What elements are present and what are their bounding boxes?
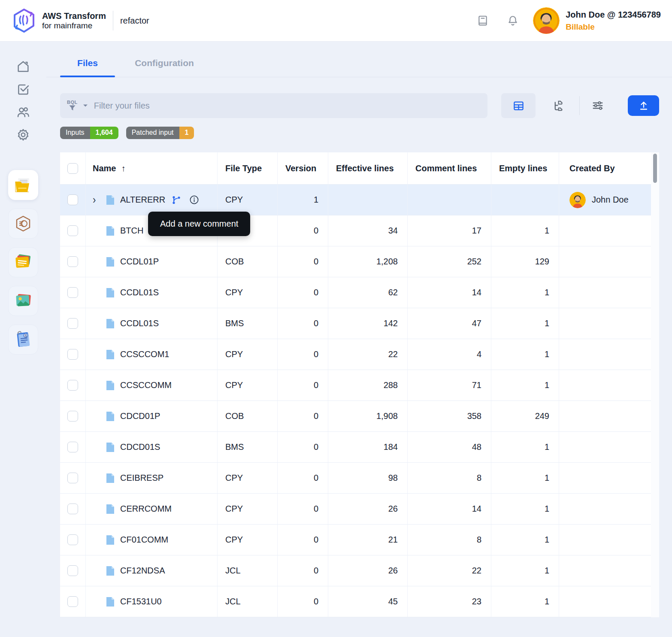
column-header-comment-lines[interactable]: Comment lines (408, 152, 491, 184)
file-icon (106, 225, 115, 237)
expand-chevron-icon[interactable]: › (93, 194, 96, 205)
version-cell: 0 (278, 277, 328, 308)
effective-lines-cell: 62 (328, 277, 408, 308)
file-name[interactable]: BTCH (120, 226, 143, 236)
row-checkbox[interactable] (67, 442, 78, 452)
info-icon[interactable] (189, 195, 199, 205)
file-name[interactable]: ALTERERR (120, 195, 165, 205)
row-checkbox[interactable] (67, 318, 78, 329)
filter-input[interactable] (94, 101, 481, 111)
creator-avatar (569, 192, 586, 208)
users-icon[interactable] (16, 105, 30, 119)
table-row[interactable]: › CCDL01S CPY 0 62 14 1 (60, 277, 651, 308)
comment-lines-cell: 48 (408, 432, 491, 462)
comment-lines-cell: 4 (408, 339, 491, 370)
column-header-file-type[interactable]: File Type (218, 152, 278, 184)
user-menu[interactable]: John Doe @ 123456789 Billable (533, 7, 661, 34)
column-header-created-by[interactable]: Created By (559, 152, 651, 184)
row-checkbox[interactable] (67, 380, 78, 391)
column-settings-button[interactable] (588, 96, 607, 115)
file-name[interactable]: CCSCCOM1 (120, 349, 169, 359)
file-name[interactable]: CDCD01P (120, 411, 160, 421)
column-header-version[interactable]: Version (278, 152, 328, 184)
file-type-cell: COB (218, 401, 278, 431)
table-view-button[interactable] (501, 93, 536, 118)
file-name[interactable]: CCSCCOMM (120, 380, 172, 390)
table-scrollbar[interactable] (651, 152, 659, 617)
table-row[interactable]: › CDCD01S BMS 0 184 48 1 (60, 432, 651, 463)
branch-version-icon[interactable] (171, 195, 182, 205)
table-row[interactable]: › CCDL01S BMS 0 142 47 1 (60, 308, 651, 339)
notifications-bell-icon[interactable] (507, 15, 518, 26)
row-checkbox[interactable] (67, 194, 78, 205)
comment-lines-cell: 17 (408, 215, 491, 246)
column-header-empty-lines[interactable]: Empty lines (491, 152, 559, 184)
tasks-icon[interactable] (16, 82, 30, 96)
effective-lines-cell: 22 (328, 339, 408, 370)
tab-files[interactable]: Files (60, 42, 115, 77)
table-row[interactable]: › CCSCCOMM CPY 0 288 71 1 (60, 370, 651, 401)
created-by-cell (559, 277, 651, 308)
chevron-down-icon[interactable] (83, 104, 88, 107)
file-name[interactable]: CF01COMM (120, 535, 168, 545)
row-checkbox[interactable] (67, 565, 78, 576)
file-name[interactable]: CEIBRESP (120, 473, 163, 483)
settings-icon[interactable] (16, 128, 30, 142)
row-checkbox[interactable] (67, 349, 78, 360)
row-checkbox[interactable] (67, 411, 78, 422)
table-row[interactable]: › CERRCOMM CPY 0 26 14 1 (60, 494, 651, 525)
sidebar-item-images[interactable] (8, 286, 38, 316)
row-checkbox[interactable] (67, 534, 78, 545)
table-row[interactable]: › CDCD01P COB 0 1,908 358 249 (60, 401, 651, 432)
sort-ascending-icon[interactable]: ↑ (121, 164, 125, 173)
created-by-cell (559, 463, 651, 493)
row-checkbox[interactable] (67, 287, 78, 298)
row-checkbox[interactable] (67, 596, 78, 607)
sidebar-item-billing[interactable]: S (8, 325, 38, 355)
app-header: AWS Transform for mainframe refactor (0, 0, 672, 42)
documentation-icon[interactable] (477, 15, 488, 26)
file-icon (106, 534, 115, 546)
table-row[interactable]: › CEIBRESP CPY 0 98 8 1 (60, 463, 651, 494)
table-row[interactable]: › CF1531U0 JCL 0 45 23 1 (60, 586, 651, 617)
file-name[interactable]: CDCD01S (120, 442, 160, 452)
inputs-badge-label: Inputs (60, 127, 90, 139)
file-icon (106, 318, 115, 329)
scrollbar-thumb[interactable] (653, 154, 657, 183)
home-icon[interactable] (16, 60, 30, 73)
select-all-checkbox[interactable] (67, 163, 78, 174)
row-checkbox[interactable] (67, 256, 78, 267)
filter-box[interactable]: BQL (60, 93, 487, 118)
sidebar-item-documents[interactable] (8, 247, 38, 277)
row-checkbox[interactable] (67, 473, 78, 483)
file-name[interactable]: CF1531U0 (120, 597, 162, 607)
table-row[interactable]: › CCSCCOM1 CPY 0 22 4 1 (60, 339, 651, 370)
sidebar-item-transform[interactable] (8, 209, 38, 239)
app-mode-label: refactor (120, 16, 149, 26)
column-header-effective-lines[interactable]: Effective lines (328, 152, 408, 184)
row-checkbox[interactable] (67, 225, 78, 236)
table-row[interactable]: › CCDL01P COB 0 1,208 252 129 (60, 246, 651, 277)
tree-view-button[interactable] (545, 93, 571, 118)
tab-configuration[interactable]: Configuration (115, 42, 214, 77)
comment-lines-cell: 22 (408, 555, 491, 586)
bql-filter-icon[interactable]: BQL (67, 100, 78, 111)
table-row[interactable]: › ALTERERR CPY 1 (60, 185, 651, 215)
file-name[interactable]: CCDL01S (120, 318, 159, 328)
file-name[interactable]: CCDL01S (120, 288, 159, 297)
upload-button[interactable] (628, 95, 659, 116)
empty-lines-cell: 1 (491, 432, 559, 462)
column-header-name[interactable]: Name ↑ (86, 152, 218, 184)
transform-hex-icon (14, 215, 32, 233)
tree-view-icon (552, 100, 564, 112)
file-name[interactable]: CERRCOMM (120, 504, 172, 514)
file-name[interactable]: CF12NDSA (120, 566, 165, 576)
sidebar-item-files[interactable] (8, 170, 38, 200)
version-cell: 0 (278, 586, 328, 617)
comment-lines-cell: 71 (408, 370, 491, 400)
table-row[interactable]: › CF12NDSA JCL 0 26 22 1 (60, 555, 651, 586)
row-checkbox[interactable] (67, 504, 78, 514)
images-stack-icon (14, 292, 33, 309)
table-row[interactable]: › CF01COMM CPY 0 21 8 1 (60, 525, 651, 555)
file-name[interactable]: CCDL01P (120, 257, 159, 267)
